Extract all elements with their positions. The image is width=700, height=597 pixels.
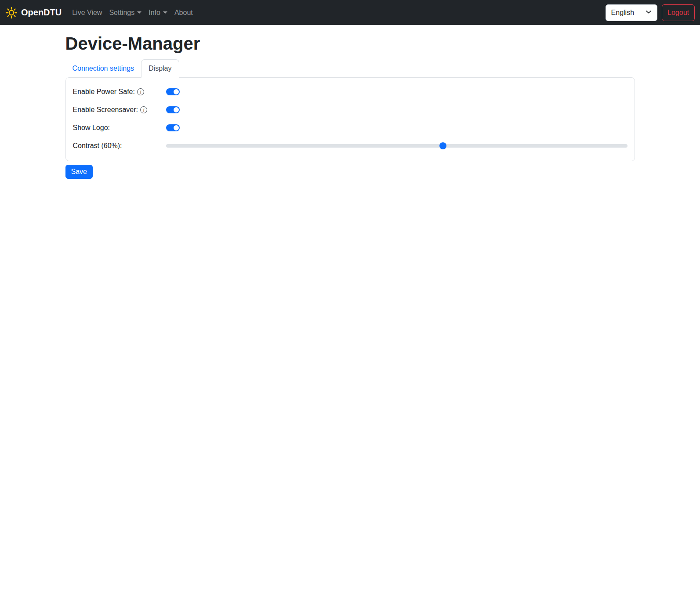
slider-track[interactable] (166, 144, 627, 148)
language-select[interactable]: English (606, 4, 657, 21)
control-col (166, 124, 627, 131)
navbar-left: OpenDTU Live View Settings Info About (5, 5, 196, 21)
label-col: Enable Screensaver: (73, 106, 166, 114)
field-label: Enable Screensaver: (73, 106, 138, 114)
enable-power-safe-toggle[interactable] (166, 88, 180, 95)
label-col: Enable Power Safe: (73, 88, 166, 96)
control-col (166, 141, 627, 151)
save-button[interactable]: Save (65, 165, 93, 179)
nav-item-info[interactable]: Info (145, 5, 171, 20)
tab-bar: Connection settings Display (65, 59, 635, 77)
chevron-down-icon (646, 9, 652, 17)
nav-item-about[interactable]: About (171, 5, 196, 20)
navbar-right: English Logout (606, 4, 695, 21)
nav-item-label: Settings (109, 9, 134, 17)
language-selected-value: English (611, 9, 634, 17)
show-logo-toggle[interactable] (166, 124, 180, 131)
form-row-show-logo: Show Logo: (73, 123, 627, 133)
nav-item-label: Info (149, 9, 160, 17)
brand-label: OpenDTU (21, 7, 62, 18)
field-label: Enable Power Safe: (73, 88, 135, 96)
tab-display[interactable]: Display (141, 59, 179, 78)
toggle-knob (174, 107, 179, 112)
contrast-slider[interactable] (166, 141, 627, 151)
sun-logo-icon (5, 7, 18, 19)
display-settings-card: Enable Power Safe: Enable Screensaver: S… (65, 77, 635, 161)
nav-item-label: Live View (72, 9, 102, 17)
label-col: Show Logo: (73, 124, 166, 132)
info-icon[interactable] (140, 106, 147, 113)
caret-down-icon (163, 11, 167, 14)
form-row-enable-power-safe: Enable Power Safe: (73, 87, 627, 97)
form-row-contrast: Contrast (60%): (73, 141, 627, 151)
enable-screensaver-toggle[interactable] (166, 106, 180, 113)
brand-link[interactable]: OpenDTU (5, 5, 62, 21)
toggle-knob (174, 125, 179, 130)
info-icon[interactable] (137, 88, 144, 95)
label-col: Contrast (60%): (73, 142, 166, 150)
caret-down-icon (137, 11, 141, 14)
nav-item-live-view[interactable]: Live View (69, 5, 105, 20)
control-col (166, 88, 627, 95)
main-content: Device-Manager Connection settings Displ… (60, 33, 640, 179)
slider-thumb[interactable] (439, 142, 446, 149)
nav-item-label: About (174, 9, 193, 17)
field-label: Show Logo: (73, 124, 110, 132)
control-col (166, 106, 627, 113)
logout-button[interactable]: Logout (662, 4, 695, 21)
nav-item-settings[interactable]: Settings (105, 5, 145, 20)
page-title: Device-Manager (65, 33, 635, 54)
form-row-enable-screensaver: Enable Screensaver: (73, 105, 627, 115)
toggle-knob (174, 89, 179, 94)
field-label: Contrast (60%): (73, 142, 122, 150)
tab-connection-settings[interactable]: Connection settings (65, 60, 141, 77)
navbar: OpenDTU Live View Settings Info About En… (0, 0, 700, 25)
